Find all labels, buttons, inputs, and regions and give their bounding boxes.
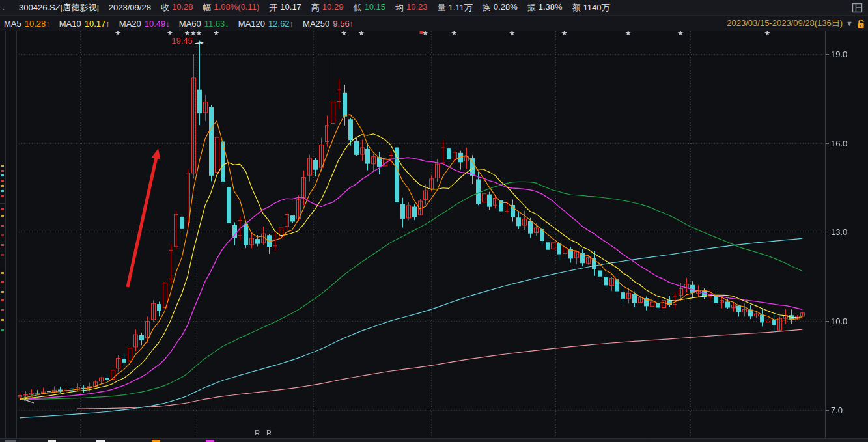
ma-value: 10.28↑ <box>25 19 50 29</box>
chevron-down-icon[interactable]: ▼ <box>846 20 853 27</box>
y-axis-label: 10.0 <box>831 316 847 326</box>
high-price-label: 19.45 <box>167 36 193 46</box>
low-price-label: 7.41 <box>22 392 38 402</box>
field-label: 低 <box>353 2 361 14</box>
legend-ma10[interactable]: MA1010.17↑ <box>59 19 110 29</box>
ma-label: MA10 <box>59 19 81 29</box>
date-range-link[interactable]: 2023/03/15-2023/09/28(136日) <box>727 18 843 29</box>
unlock-icon[interactable] <box>856 19 866 29</box>
ma-value: 9.56↑ <box>333 19 354 29</box>
field-open: 开10.17 <box>269 2 301 14</box>
legend-ma20[interactable]: MA2010.49↓ <box>119 19 170 29</box>
field-close: 收10.28 <box>161 2 193 14</box>
field-label: 高 <box>311 2 320 14</box>
ma-legend-bar: MA510.28↑MA1010.17↑MA2010.49↓MA6011.63↓M… <box>0 16 868 31</box>
field-low: 低10.15 <box>353 2 385 14</box>
ma-label: MA5 <box>4 19 21 29</box>
bottom-panel-edge <box>0 439 868 442</box>
field-value: 0.28% <box>494 2 518 14</box>
stock-symbol: 300426.SZ[唐德影视] <box>19 2 99 14</box>
ma-value: 10.49↓ <box>145 19 170 29</box>
y-axis-label: 16.0 <box>831 139 847 148</box>
legend-ma120[interactable]: MA12012.62↑ <box>238 19 294 29</box>
ma-value: 11.63↓ <box>204 19 229 29</box>
quote-fields: 收10.28幅1.08%(0.11)开10.17高10.29低10.15均10.… <box>161 2 610 14</box>
field-label: 收 <box>161 2 169 14</box>
y-axis-label: 7.0 <box>831 406 843 415</box>
field-label: 量 <box>438 2 446 14</box>
field-value: 10.15 <box>364 2 385 14</box>
field-label: 额 <box>572 2 581 14</box>
ex-rights-marker: R <box>266 429 272 437</box>
field-value: 10.29 <box>322 2 344 14</box>
kline-chart-canvas[interactable] <box>0 0 868 442</box>
field-label: 换 <box>483 2 491 14</box>
legend-ma250[interactable]: MA2509.56↑ <box>303 19 354 29</box>
legend-ma5[interactable]: MA510.28↑ <box>4 19 50 29</box>
quote-bar: 、 300426.SZ[唐德影视] 2023/09/28 收10.28幅1.08… <box>0 0 868 16</box>
field-amount: 额1140万 <box>572 2 610 14</box>
field-change: 幅1.08%(0.11) <box>203 2 259 14</box>
ma-value: 10.17↑ <box>85 19 110 29</box>
field-value: 10.28 <box>172 2 193 14</box>
legend-ma60[interactable]: MA6011.63↓ <box>179 19 229 29</box>
field-value: 10.17 <box>280 2 301 14</box>
ma-label: MA20 <box>119 19 141 29</box>
field-label: 幅 <box>203 2 211 14</box>
y-axis-label: 19.0 <box>831 49 847 59</box>
ma-label: MA60 <box>179 19 201 29</box>
field-label: 开 <box>269 2 277 14</box>
quote-date: 2023/09/28 <box>109 3 151 12</box>
field-value: 1.38% <box>539 2 563 14</box>
ma-label: MA120 <box>238 19 265 29</box>
field-value: 1140万 <box>583 2 610 14</box>
field-volume: 量1.11万 <box>438 2 473 14</box>
field-value: 1.08%(0.11) <box>214 2 259 14</box>
field-value: 10.23 <box>406 2 428 14</box>
ma-label: MA250 <box>303 19 329 29</box>
field-turnover-rate: 换0.28% <box>483 2 518 14</box>
y-axis-label: 13.0 <box>831 227 847 237</box>
field-label: 振 <box>527 2 536 14</box>
field-high: 高10.29 <box>311 2 344 14</box>
field-avg: 均10.23 <box>395 2 428 14</box>
layout-grid-icon[interactable] <box>852 3 863 15</box>
ma-legend-items: MA510.28↑MA1010.17↑MA2010.49↓MA6011.63↓M… <box>4 19 354 29</box>
field-amplitude: 振1.38% <box>527 2 563 14</box>
field-label: 均 <box>395 2 404 14</box>
field-value: 1.11万 <box>449 2 473 14</box>
ex-rights-marker: R <box>255 429 260 437</box>
window-edge-glyph: 、 <box>2 3 9 12</box>
ma-value: 12.62↑ <box>268 19 294 29</box>
